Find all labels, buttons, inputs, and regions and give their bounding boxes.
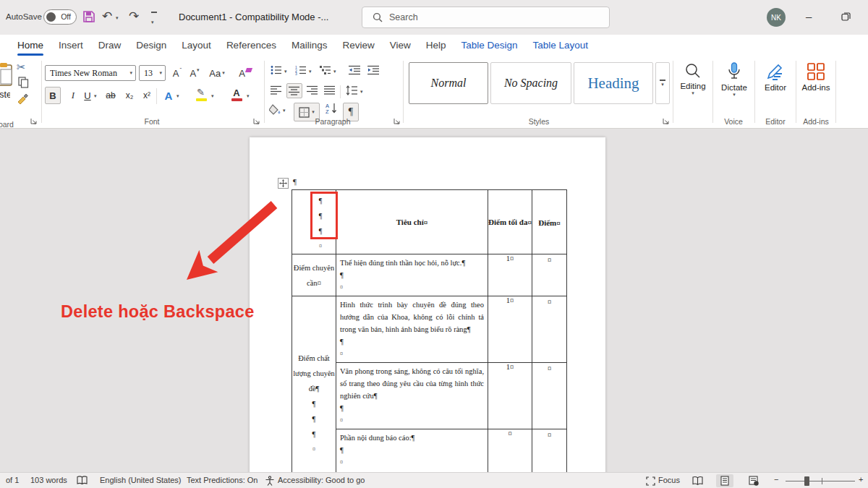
avatar[interactable]: NK [767, 8, 786, 27]
line-spacing-icon[interactable] [346, 85, 358, 95]
styles-dialog-launcher-icon[interactable] [663, 118, 670, 125]
zoom-slider-handle[interactable] [804, 476, 809, 486]
italic-button[interactable]: I [67, 87, 80, 104]
text-effects-button[interactable]: A [162, 87, 175, 104]
font-color-chevron-icon[interactable]: ▾ [247, 93, 250, 99]
web-layout-icon[interactable] [745, 474, 762, 487]
bullets-icon[interactable] [271, 65, 282, 75]
style-normal[interactable]: Normal [409, 62, 488, 104]
minimize-icon[interactable]: – [806, 10, 816, 22]
decrease-indent-icon[interactable] [349, 65, 361, 75]
tab-table-layout[interactable]: Table Layout [533, 35, 589, 56]
cell-max[interactable]: ¤ [488, 429, 532, 473]
cell-score[interactable]: ¤ [532, 363, 567, 429]
zoom-in-button[interactable]: + [859, 475, 863, 484]
cell-max[interactable]: 1¤ [488, 254, 532, 296]
increase-indent-icon[interactable] [367, 65, 380, 75]
clear-formatting-button[interactable]: A [239, 65, 252, 81]
language-indicator[interactable]: English (United States) [100, 476, 182, 484]
zoom-slider-track[interactable] [786, 481, 855, 481]
header-criteria[interactable]: Tiêu chí¤ [336, 190, 488, 254]
tab-layout[interactable]: Layout [182, 35, 211, 56]
cell-score[interactable]: ¤ [532, 254, 567, 296]
save-icon[interactable] [82, 9, 96, 24]
cell-criteria[interactable]: Phần nội dung báo cáo:¶ ¶ ¤ [336, 429, 488, 473]
word-count[interactable]: 103 words [30, 476, 67, 484]
shrink-font-button[interactable]: A▾ [188, 65, 201, 81]
document-page[interactable]: ¶ ¶ ¶ ¶ ¤ Tiêu chí¤ Điểm tối đa¤ Điểm¤ Đ… [250, 137, 605, 472]
sort-icon[interactable]: AZ [326, 103, 338, 114]
underline-button[interactable]: U [81, 87, 94, 104]
styles-gallery-more-icon[interactable]: ▾ [655, 62, 670, 104]
tab-table-design[interactable]: Table Design [461, 35, 518, 56]
tab-help[interactable]: Help [426, 35, 446, 56]
style-no-spacing[interactable]: No Spacing [490, 62, 571, 104]
bullets-chevron-icon[interactable]: ▾ [284, 69, 287, 74]
shading-chevron-icon[interactable]: ▾ [283, 108, 286, 114]
addins-button[interactable]: Add-ins [798, 62, 834, 92]
strikethrough-button[interactable]: ab [104, 87, 117, 104]
tab-references[interactable]: References [226, 35, 276, 56]
accessibility-status[interactable]: Accessibility: Good to go [278, 476, 365, 484]
tab-mailings[interactable]: Mailings [292, 35, 328, 56]
tab-home[interactable]: Home [17, 35, 43, 56]
restore-window-icon[interactable] [841, 12, 851, 21]
text-effects-chevron-icon[interactable]: ▾ [176, 93, 179, 99]
editor-button[interactable]: Editor [757, 62, 793, 92]
shading-icon[interactable] [269, 104, 281, 115]
line-spacing-chevron-icon[interactable]: ▾ [360, 89, 363, 95]
superscript-button[interactable]: x² [140, 87, 153, 104]
copy-icon[interactable] [18, 77, 29, 88]
page-indicator[interactable]: of 1 [6, 476, 19, 484]
font-size-combobox[interactable]: 13▾ [139, 65, 166, 81]
tab-review[interactable]: Review [342, 35, 374, 56]
dictate-button[interactable]: Dictate ▾ [716, 62, 752, 98]
read-mode-icon[interactable] [689, 474, 706, 487]
style-heading[interactable]: Heading [574, 62, 653, 104]
text-predictions[interactable]: Text Predictions: On [187, 476, 258, 484]
clipboard-dialog-launcher-icon[interactable] [30, 118, 38, 125]
row-label-merged[interactable]: Điểm chất lượng chuyên đề¶ ¶ ¶ ¶ ¤ [292, 296, 336, 473]
cell-criteria[interactable]: Thể hiện đúng tinh thần học hỏi, nỗ lực.… [336, 254, 488, 296]
print-layout-icon[interactable] [716, 474, 733, 487]
highlight-chevron-icon[interactable]: ▾ [211, 93, 214, 99]
justify-icon[interactable] [324, 85, 336, 95]
cell-criteria[interactable]: Văn phong trong sáng, không có câu tối n… [336, 363, 488, 429]
cell-max[interactable]: 1¤ [488, 296, 532, 363]
underline-chevron-icon[interactable]: ▾ [94, 93, 97, 99]
cell-score[interactable]: ¤ [532, 296, 567, 363]
search-input[interactable]: Search [362, 7, 610, 28]
zoom-out-button[interactable]: − [774, 475, 778, 484]
align-right-icon[interactable] [307, 85, 318, 95]
multilevel-chevron-icon[interactable]: ▾ [333, 69, 336, 74]
autosave-toggle[interactable]: Off [43, 9, 77, 25]
tab-design[interactable]: Design [136, 35, 166, 56]
numbering-chevron-icon[interactable]: ▾ [309, 69, 312, 74]
proofing-icon[interactable] [77, 476, 88, 485]
header-score[interactable]: Điểm¤ [532, 190, 567, 254]
cell-criteria[interactable]: Hình thức trình bày chuyên đề đúng theo … [336, 296, 488, 363]
subscript-button[interactable]: x₂ [123, 87, 136, 104]
multilevel-list-icon[interactable] [320, 65, 331, 75]
cut-icon[interactable]: ✂ [17, 61, 26, 74]
redo-icon[interactable]: ↷ [129, 9, 139, 24]
align-center-icon[interactable] [286, 83, 302, 98]
paste-icon[interactable] [0, 62, 14, 87]
bold-button[interactable]: B [45, 87, 61, 104]
customize-qat-icon[interactable]: ▾ [151, 12, 157, 27]
cell-score[interactable]: ¤ [532, 429, 567, 473]
paragraph-dialog-launcher-icon[interactable] [393, 118, 401, 125]
grow-font-button[interactable]: Aˆ [171, 65, 184, 81]
format-painter-icon[interactable] [17, 93, 29, 105]
highlight-button[interactable]: ✎ [197, 87, 205, 98]
table-move-handle-icon[interactable] [278, 178, 289, 189]
row-label[interactable]: Điểm chuyên cần¤ [292, 254, 336, 296]
undo-icon[interactable]: ↶ [102, 9, 112, 24]
change-case-button[interactable]: Aa▾ [208, 65, 226, 81]
align-left-icon[interactable] [271, 85, 282, 95]
tab-insert[interactable]: Insert [59, 35, 83, 56]
focus-icon[interactable] [646, 476, 655, 486]
tab-view[interactable]: View [390, 35, 411, 56]
font-name-combobox[interactable]: Times New Roman▾ [45, 65, 136, 81]
font-color-button[interactable]: A [230, 85, 243, 100]
